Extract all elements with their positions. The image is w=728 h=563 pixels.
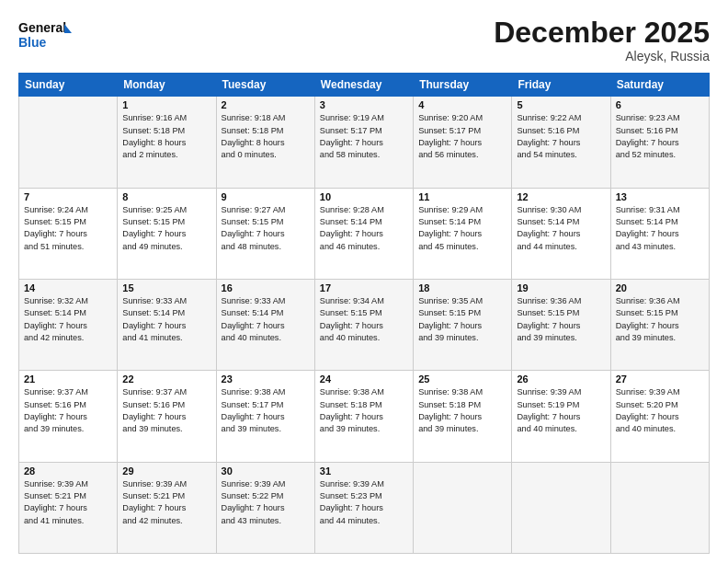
day-info: Sunrise: 9:39 AM Sunset: 5:21 PM Dayligh… [122,478,210,527]
day-number: 15 [122,282,210,293]
weekday-monday: Monday [118,74,216,97]
day-number: 31 [320,465,408,477]
day-number: 9 [222,191,310,202]
day-number: 8 [122,191,210,202]
weekday-wednesday: Wednesday [314,74,413,97]
day-info: Sunrise: 9:37 AM Sunset: 5:16 PM Dayligh… [122,386,210,435]
calendar-cell: 5Sunrise: 9:22 AM Sunset: 5:16 PM Daylig… [512,97,610,188]
calendar-cell: 2Sunrise: 9:18 AM Sunset: 5:18 PM Daylig… [216,97,314,188]
calendar-cell: 17Sunrise: 9:34 AM Sunset: 5:15 PM Dayli… [314,279,413,370]
day-number: 19 [517,282,605,293]
calendar-cell: 3Sunrise: 9:19 AM Sunset: 5:17 PM Daylig… [314,97,413,188]
calendar-cell [414,462,512,553]
day-info: Sunrise: 9:24 AM Sunset: 5:15 PM Dayligh… [24,204,112,253]
day-info: Sunrise: 9:33 AM Sunset: 5:14 PM Dayligh… [222,295,310,344]
calendar-cell: 8Sunrise: 9:25 AM Sunset: 5:15 PM Daylig… [118,188,216,279]
day-info: Sunrise: 9:32 AM Sunset: 5:14 PM Dayligh… [24,295,112,344]
svg-marker-2 [64,24,72,33]
weekday-saturday: Saturday [610,74,709,97]
calendar-cell: 16Sunrise: 9:33 AM Sunset: 5:14 PM Dayli… [216,279,314,370]
title-block: December 2025 Aleysk, Russia [494,17,710,63]
day-info: Sunrise: 9:37 AM Sunset: 5:16 PM Dayligh… [24,386,112,435]
week-row-1: 1Sunrise: 9:16 AM Sunset: 5:18 PM Daylig… [19,97,710,188]
day-number: 28 [24,465,112,477]
calendar-cell: 1Sunrise: 9:16 AM Sunset: 5:18 PM Daylig… [118,97,216,188]
day-number: 3 [320,99,408,110]
day-info: Sunrise: 9:39 AM Sunset: 5:19 PM Dayligh… [517,386,605,435]
calendar-cell: 28Sunrise: 9:39 AM Sunset: 5:21 PM Dayli… [19,462,118,553]
day-number: 21 [24,373,112,385]
location: Aleysk, Russia [494,49,710,63]
week-row-4: 21Sunrise: 9:37 AM Sunset: 5:16 PM Dayli… [19,371,710,462]
day-number: 25 [418,373,506,385]
day-info: Sunrise: 9:35 AM Sunset: 5:15 PM Dayligh… [418,295,506,344]
day-info: Sunrise: 9:28 AM Sunset: 5:14 PM Dayligh… [320,204,408,253]
calendar-cell: 6Sunrise: 9:23 AM Sunset: 5:16 PM Daylig… [610,97,709,188]
day-info: Sunrise: 9:38 AM Sunset: 5:18 PM Dayligh… [320,386,408,435]
day-info: Sunrise: 9:36 AM Sunset: 5:15 PM Dayligh… [616,295,704,344]
calendar-cell: 11Sunrise: 9:29 AM Sunset: 5:14 PM Dayli… [414,188,512,279]
day-info: Sunrise: 9:29 AM Sunset: 5:14 PM Dayligh… [418,204,506,253]
day-number: 27 [616,373,704,385]
day-number: 16 [222,282,310,293]
day-number: 7 [24,191,112,202]
day-number: 20 [616,282,704,293]
day-number: 17 [320,282,408,293]
day-info: Sunrise: 9:39 AM Sunset: 5:22 PM Dayligh… [222,478,310,527]
page: GeneralBlue December 2025 Aleysk, Russia… [0,0,728,563]
day-info: Sunrise: 9:18 AM Sunset: 5:18 PM Dayligh… [222,112,310,161]
day-number: 23 [222,373,310,385]
weekday-header-row: SundayMondayTuesdayWednesdayThursdayFrid… [19,74,710,97]
calendar-cell: 14Sunrise: 9:32 AM Sunset: 5:14 PM Dayli… [19,279,118,370]
calendar-cell: 13Sunrise: 9:31 AM Sunset: 5:14 PM Dayli… [610,188,709,279]
calendar-cell: 20Sunrise: 9:36 AM Sunset: 5:15 PM Dayli… [610,279,709,370]
week-row-2: 7Sunrise: 9:24 AM Sunset: 5:15 PM Daylig… [19,188,710,279]
weekday-thursday: Thursday [414,74,512,97]
calendar-cell: 29Sunrise: 9:39 AM Sunset: 5:21 PM Dayli… [118,462,216,553]
calendar-cell: 21Sunrise: 9:37 AM Sunset: 5:16 PM Dayli… [19,371,118,462]
calendar-cell: 19Sunrise: 9:36 AM Sunset: 5:15 PM Dayli… [512,279,610,370]
logo-svg: GeneralBlue [18,17,74,55]
calendar-cell: 26Sunrise: 9:39 AM Sunset: 5:19 PM Dayli… [512,371,610,462]
day-info: Sunrise: 9:34 AM Sunset: 5:15 PM Dayligh… [320,295,408,344]
day-info: Sunrise: 9:23 AM Sunset: 5:16 PM Dayligh… [616,112,704,161]
day-number: 29 [122,465,210,477]
day-number: 22 [122,373,210,385]
day-number: 13 [616,191,704,202]
day-info: Sunrise: 9:19 AM Sunset: 5:17 PM Dayligh… [320,112,408,161]
calendar-cell [610,462,709,553]
day-info: Sunrise: 9:20 AM Sunset: 5:17 PM Dayligh… [418,112,506,161]
day-info: Sunrise: 9:22 AM Sunset: 5:16 PM Dayligh… [517,112,605,161]
calendar-cell: 7Sunrise: 9:24 AM Sunset: 5:15 PM Daylig… [19,188,118,279]
day-info: Sunrise: 9:16 AM Sunset: 5:18 PM Dayligh… [122,112,210,161]
day-number: 30 [222,465,310,477]
day-number: 6 [616,99,704,110]
calendar-cell: 9Sunrise: 9:27 AM Sunset: 5:15 PM Daylig… [216,188,314,279]
calendar-cell: 25Sunrise: 9:38 AM Sunset: 5:18 PM Dayli… [414,371,512,462]
calendar-cell: 18Sunrise: 9:35 AM Sunset: 5:15 PM Dayli… [414,279,512,370]
header: GeneralBlue December 2025 Aleysk, Russia [18,17,710,63]
week-row-3: 14Sunrise: 9:32 AM Sunset: 5:14 PM Dayli… [19,279,710,370]
week-row-5: 28Sunrise: 9:39 AM Sunset: 5:21 PM Dayli… [19,462,710,553]
weekday-sunday: Sunday [19,74,118,97]
day-info: Sunrise: 9:30 AM Sunset: 5:14 PM Dayligh… [517,204,605,253]
calendar-cell: 31Sunrise: 9:39 AM Sunset: 5:23 PM Dayli… [314,462,413,553]
calendar-header: SundayMondayTuesdayWednesdayThursdayFrid… [19,74,710,97]
day-info: Sunrise: 9:39 AM Sunset: 5:20 PM Dayligh… [616,386,704,435]
day-info: Sunrise: 9:39 AM Sunset: 5:21 PM Dayligh… [24,478,112,527]
weekday-friday: Friday [512,74,610,97]
day-number: 24 [320,373,408,385]
calendar-cell: 30Sunrise: 9:39 AM Sunset: 5:22 PM Dayli… [216,462,314,553]
day-number: 5 [517,99,605,110]
weekday-tuesday: Tuesday [216,74,314,97]
day-info: Sunrise: 9:39 AM Sunset: 5:23 PM Dayligh… [320,478,408,527]
logo: GeneralBlue [18,17,74,55]
day-number: 26 [517,373,605,385]
day-info: Sunrise: 9:33 AM Sunset: 5:14 PM Dayligh… [122,295,210,344]
svg-text:General: General [18,20,66,35]
day-info: Sunrise: 9:27 AM Sunset: 5:15 PM Dayligh… [222,204,310,253]
calendar-cell [19,97,118,188]
day-info: Sunrise: 9:38 AM Sunset: 5:17 PM Dayligh… [222,386,310,435]
day-number: 4 [418,99,506,110]
calendar-cell: 12Sunrise: 9:30 AM Sunset: 5:14 PM Dayli… [512,188,610,279]
